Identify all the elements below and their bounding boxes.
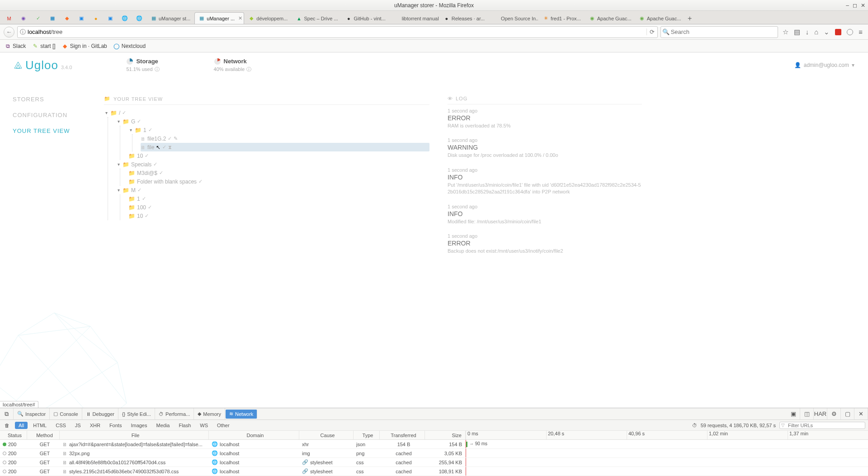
app-logo[interactable]: Ugloo 3.4.0: [14, 58, 72, 72]
pocket-icon[interactable]: ⌄: [824, 28, 830, 36]
tree-file-selected[interactable]: 🗎 file ↖ ✓ ⧗: [141, 143, 429, 151]
browser-tab[interactable]: ◉Apache Guac...: [635, 12, 684, 24]
devtools-gear-icon[interactable]: ⚙: [827, 408, 841, 419]
devtools-filter-flash[interactable]: Flash: [175, 422, 194, 429]
search-input[interactable]: [671, 28, 778, 35]
devtools-row[interactable]: 200GET🗎ajax?id=#&parent=&state[loaded]=f…: [0, 440, 868, 449]
browser-tab[interactable]: Open Source In...: [489, 12, 538, 24]
devtools-tab-debugger[interactable]: ⏸Debugger: [82, 408, 118, 419]
sidebar-item[interactable]: STORERS: [13, 96, 97, 103]
tree-file[interactable]: 🗎 file1G.2 ✓ ✎: [141, 134, 429, 143]
browser-tab[interactable]: ▦uManager ...✕: [194, 12, 244, 24]
library-icon[interactable]: ▤: [794, 28, 800, 36]
devtools-filter-ws[interactable]: WS: [196, 422, 212, 429]
browser-tab[interactable]: libtorrent manual: [390, 12, 439, 24]
ext-icon-2[interactable]: [847, 29, 853, 35]
browser-tab[interactable]: ●Releases · ar...: [439, 12, 489, 24]
log-message: RAM is overloaded at 78.5%: [448, 123, 642, 129]
devtools-tab-console[interactable]: ▢Console: [50, 408, 82, 419]
browser-tab[interactable]: M: [2, 12, 16, 24]
devtools-filter-images[interactable]: Images: [127, 422, 151, 429]
browser-tab[interactable]: ▲Spec – Drive ...: [292, 12, 341, 24]
devtools-pop-icon[interactable]: ▢: [841, 408, 854, 419]
browser-tab[interactable]: ▣: [74, 12, 89, 24]
maximize-icon[interactable]: ◻: [853, 2, 857, 9]
bookmark-star-icon[interactable]: ☆: [783, 28, 788, 36]
tree-folder[interactable]: 📁 10 ✓: [128, 151, 429, 160]
info-icon[interactable]: ⓘ: [155, 66, 160, 73]
site-info-icon[interactable]: ⓘ: [18, 28, 28, 36]
devtools-clear-icon[interactable]: 🗑: [1, 422, 13, 429]
devtools-split-icon[interactable]: ◫: [800, 408, 814, 419]
reload-icon[interactable]: ⟳: [646, 28, 657, 35]
devtools-tab-inspector[interactable]: 🔍Inspector: [14, 408, 50, 419]
tab-label: uManager ...: [207, 16, 235, 21]
tab-label: uManager st...: [159, 16, 190, 21]
browser-tab[interactable]: ●GitHub - vint...: [341, 12, 389, 24]
bookmark-item[interactable]: ◆Sign in · GitLab: [62, 43, 107, 49]
devtools-filter-fonts[interactable]: Fonts: [106, 422, 126, 429]
user-email: admin@ugloo.com: [804, 62, 849, 68]
ext-icon-1[interactable]: [835, 29, 841, 35]
stat-storage: Storage 51.1% used ⓘ: [126, 58, 159, 73]
new-tab-button[interactable]: +: [684, 13, 695, 24]
info-icon[interactable]: ⓘ: [246, 66, 251, 73]
browser-tab[interactable]: ✓: [31, 12, 45, 24]
tree-folder-specials[interactable]: ▾📁Specials ✓: [116, 160, 429, 169]
browser-tab[interactable]: ▦: [45, 12, 60, 24]
devtools-filter-xhr[interactable]: XHR: [86, 422, 104, 429]
devtools-row[interactable]: 200GET🗎32px.png🌐localhostimgpngcached3,0…: [0, 449, 868, 458]
bookmark-item[interactable]: ⧉Slack: [5, 43, 26, 49]
devtools-dock-icon[interactable]: ⧉: [0, 408, 14, 419]
devtools-row[interactable]: 200GET🗎all.48f49b5fe88fb0c0a1012760ff547…: [0, 458, 868, 467]
browser-tab[interactable]: ▣: [103, 12, 118, 24]
url-box[interactable]: ⓘ localhost/tree ⟳: [17, 26, 658, 38]
lt-favicon-icon: [394, 15, 400, 22]
network-sub: 40% available: [214, 66, 245, 72]
devtools-filter-html[interactable]: HTML: [29, 422, 50, 429]
devtools-close-icon[interactable]: ✕: [854, 408, 868, 419]
browser-tab[interactable]: ◆développem...: [244, 12, 292, 24]
tree-folder-m[interactable]: ▾📁M ✓: [116, 186, 429, 194]
tree-view[interactable]: ▾📁/ ✓ ▾📁G ✓ ▾📁1 ✓ 🗎 file1G.2 ✓ ✎ 🗎 file …: [104, 108, 429, 220]
browser-tab[interactable]: ▦uManager st...: [146, 12, 194, 24]
back-button[interactable]: ←: [4, 27, 14, 38]
home-icon[interactable]: ⌂: [814, 28, 818, 36]
devtools-row[interactable]: 200GET🗎styles.2195c2d145d6b36ebc7490032f…: [0, 467, 868, 476]
gitlab-favicon-icon: ◆: [64, 15, 70, 22]
bookmark-item[interactable]: ✎start []: [32, 43, 55, 49]
sidebar-item[interactable]: CONFIGURATION: [13, 112, 97, 118]
search-box[interactable]: 🔍: [660, 26, 778, 38]
devtools-filter-other[interactable]: Other: [213, 422, 233, 429]
user-menu[interactable]: 👤 admin@ugloo.com ▾: [794, 62, 854, 68]
devtools-har-icon[interactable]: HAR: [814, 408, 827, 419]
devtools-filter-css[interactable]: CSS: [52, 422, 70, 429]
devtools-layout-icon[interactable]: ▣: [787, 408, 800, 419]
browser-tab[interactable]: ◉: [16, 12, 31, 24]
devtools-filter-js[interactable]: JS: [71, 422, 85, 429]
tab-close-icon[interactable]: ✕: [238, 15, 242, 21]
browser-tab[interactable]: ◆: [60, 12, 74, 24]
funnel-icon: ▽: [781, 423, 785, 428]
devtools-tab-style[interactable]: {}Style Edi...: [118, 408, 155, 419]
browser-tab[interactable]: ◉Apache Guac...: [585, 12, 635, 24]
devtools-filter-all[interactable]: All: [15, 422, 28, 429]
minimize-icon[interactable]: –: [846, 2, 849, 9]
downloads-icon[interactable]: ↓: [806, 28, 809, 36]
bookmark-item[interactable]: ◯Nextcloud: [113, 43, 146, 49]
menu-icon[interactable]: ≡: [859, 28, 863, 36]
devtools-tab-memory[interactable]: ◆Memory: [194, 408, 225, 419]
bookmark-favicon-icon: ◯: [113, 43, 120, 49]
app-version: 3.4.0: [61, 65, 72, 70]
devtools-tab-network[interactable]: ≋Network: [226, 410, 257, 419]
close-icon[interactable]: ✕: [861, 2, 865, 9]
sidebar-item[interactable]: YOUR TREE VIEW: [13, 127, 97, 134]
browser-tab[interactable]: ●: [89, 12, 103, 24]
devtools-tab-perf[interactable]: ⏱Performa...: [155, 408, 194, 419]
browser-tab[interactable]: 🌐: [118, 12, 132, 24]
devtools-filter-media[interactable]: Media: [152, 422, 173, 429]
browser-tab[interactable]: 🌐: [132, 12, 146, 24]
file-type-icon: 🗎: [62, 460, 67, 465]
browser-tab[interactable]: ✳fred1 - Prox...: [538, 12, 585, 24]
devtools-filter-input[interactable]: [779, 422, 865, 429]
